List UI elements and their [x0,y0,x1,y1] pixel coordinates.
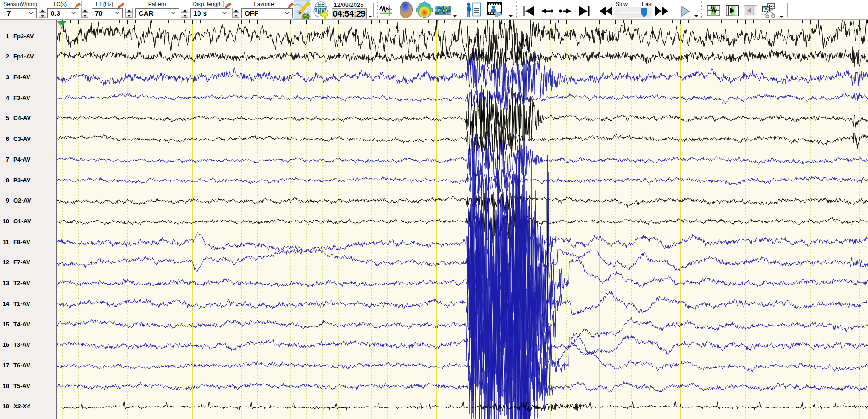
svg-text:50: 50 [302,12,310,19]
